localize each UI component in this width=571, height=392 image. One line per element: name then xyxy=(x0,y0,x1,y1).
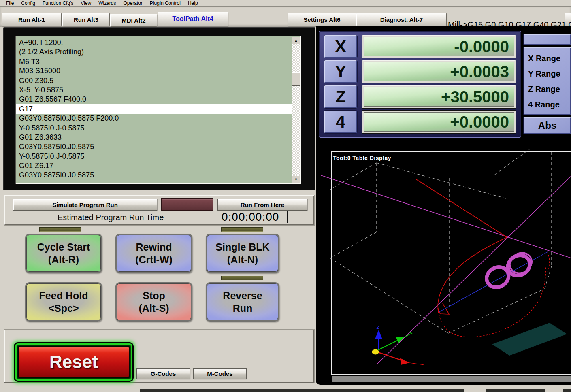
rewind-label-2: (Crtl-W) xyxy=(135,254,173,266)
feed-hold-button[interactable]: Feed Hold <Spc> xyxy=(25,282,102,322)
scroll-down-button[interactable]: ▼ xyxy=(292,176,300,183)
cycle-start-label-1: Cycle Start xyxy=(37,241,90,254)
bottom-panel-edge xyxy=(140,389,464,392)
dro-4-value[interactable]: +0.0000 xyxy=(364,112,514,132)
simulate-program-run-button[interactable]: Simulate Program Run xyxy=(13,199,157,211)
reset-button-frame: Reset xyxy=(14,342,134,382)
y-range-button[interactable]: Y Range xyxy=(524,66,570,81)
scroll-up-button[interactable]: ▲ xyxy=(292,37,300,44)
z-axis-label: z xyxy=(376,324,379,330)
x-axis-tail xyxy=(409,363,424,365)
gcode-line[interactable]: G03Y0.5875I0.J0.5875 xyxy=(16,170,292,180)
tab-run-alt1[interactable]: Run Alt-1 xyxy=(2,13,62,26)
gcode-line[interactable]: G03Y0.5875I0.J0.5875 F200.0 xyxy=(16,114,292,123)
stop-button[interactable]: Stop (Alt-S) xyxy=(115,282,192,322)
dro-4-frame: +0.0000 xyxy=(362,111,516,133)
single-blk-label-1: Single BLK xyxy=(215,241,269,254)
dro-x-frame: -0.0000 xyxy=(362,35,516,58)
dro-y-value[interactable]: +0.0003 xyxy=(364,62,514,81)
menu-file[interactable]: File xyxy=(2,0,17,6)
simulate-panel: Simulate Program Run Run From Here Estim… xyxy=(4,195,314,225)
m-codes-button[interactable]: M-Codes xyxy=(193,368,247,379)
bottom-panel-edge xyxy=(563,389,571,392)
x-range-button[interactable]: X Range xyxy=(524,51,570,66)
tab-diagnost-alt7[interactable]: Diagnost. Alt-7 xyxy=(356,13,447,26)
run-from-here-button[interactable]: Run From Here xyxy=(217,199,307,211)
gcode-line[interactable]: M03 S15000 xyxy=(16,66,292,76)
menu-wizards[interactable]: Wizards xyxy=(95,0,119,6)
mach3-toolpath-screen: File Config Function Cfg's View Wizards … xyxy=(0,0,571,392)
dro-z-frame: +30.5000 xyxy=(362,85,516,108)
abs-coords-button[interactable]: Abs xyxy=(524,117,571,134)
single-blk-label-2: (Alt-N) xyxy=(227,254,258,266)
stop-label-2: (Alt-S) xyxy=(139,302,169,315)
cycle-start-label-2: (Alt-R) xyxy=(48,254,79,266)
gcode-line-current[interactable]: G17 xyxy=(16,104,292,114)
dro-x-value[interactable]: -0.0000 xyxy=(364,37,514,56)
estimated-run-time-label: Estimated Program Run Time xyxy=(58,213,164,222)
feed-hold-label-2: <Spc> xyxy=(48,302,79,315)
bottom-panel-edge xyxy=(486,389,545,392)
tab-toolpath-alt4[interactable]: ToolPath Alt4 xyxy=(158,12,228,26)
reset-button[interactable]: Reset xyxy=(19,347,129,377)
tab-run-alt3[interactable]: Run Alt3 xyxy=(62,13,110,26)
toolpath-title: Tool:0 Table Display xyxy=(333,155,391,161)
gcode-line[interactable]: Y-0.5875I0.J-0.5875 xyxy=(16,152,292,161)
axis-4-button[interactable]: 4 xyxy=(324,111,357,133)
menu-operator[interactable]: Operator xyxy=(120,0,146,6)
menu-plugin-control[interactable]: PlugIn Control xyxy=(146,0,184,6)
gcode-line[interactable]: M6 T3 xyxy=(16,57,292,66)
axis-y-button[interactable]: Y xyxy=(324,60,357,83)
scroll-up-icon: ▲ xyxy=(294,38,298,43)
menu-config[interactable]: Config xyxy=(17,0,39,6)
scroll-down-icon: ▼ xyxy=(294,177,298,181)
axis-x-button[interactable]: X xyxy=(324,35,357,58)
axis-z-button[interactable]: Z xyxy=(324,85,357,108)
gcode-lines: A+90. F1200. (2 1/2 Axis Profiling) M6 T… xyxy=(16,38,300,180)
estimated-run-time-value[interactable]: 0:00:00:00 xyxy=(222,211,279,224)
stop-label-1: Stop xyxy=(143,290,165,302)
menu-view[interactable]: View xyxy=(77,0,95,6)
gcode-line[interactable]: G01 Z6.5567 F400.0 xyxy=(16,95,292,104)
gcode-line[interactable]: G00 Z30.5 xyxy=(16,76,292,85)
rewind-label-1: Rewind xyxy=(136,241,172,254)
cycle-start-button[interactable]: Cycle Start (Alt-R) xyxy=(25,234,102,273)
reverse-run-label-2: Run xyxy=(233,302,253,315)
cycle-start-led xyxy=(39,227,81,232)
gcode-line[interactable]: (2 1/2 Axis Profiling) xyxy=(16,47,292,57)
range-top-button[interactable] xyxy=(524,34,571,45)
run-progress-indicator xyxy=(161,198,213,211)
menu-function-cfgs[interactable]: Function Cfg's xyxy=(39,0,77,6)
menu-help[interactable]: Help xyxy=(184,0,202,6)
gcode-line[interactable]: Y-0.5875I0.J-0.5875 xyxy=(16,124,292,133)
gcode-line[interactable]: G01 Z6.3633 xyxy=(16,133,292,142)
menu-bar: File Config Function Cfg's View Wizards … xyxy=(0,0,571,7)
reverse-run-label-1: Reverse xyxy=(223,290,262,302)
g-codes-button[interactable]: G-Codes xyxy=(136,368,190,379)
profile-toolpath xyxy=(482,249,536,291)
dro-z-value[interactable]: +30.5000 xyxy=(364,87,514,107)
gcode-listbox[interactable]: A+90. F1200. (2 1/2 Axis Profiling) M6 T… xyxy=(15,36,301,184)
rewind-button[interactable]: Rewind (Crtl-W) xyxy=(115,234,192,273)
gcode-line[interactable]: X-5. Y-0.5875 xyxy=(16,85,292,95)
toolpath-display[interactable]: z Tool:0 Table Display xyxy=(318,140,571,385)
single-blk-button[interactable]: Single BLK (Alt-N) xyxy=(206,234,279,273)
4-range-button[interactable]: 4 Range xyxy=(524,97,570,112)
reset-panel: Reset G-Codes M-Codes xyxy=(4,330,314,383)
gcode-line[interactable]: G03Y0.5875I0.J0.5875 xyxy=(16,142,292,151)
toolpath-floor-shadow xyxy=(332,376,571,382)
toolpath-canvas: z xyxy=(318,140,571,385)
y-axis-tail xyxy=(405,332,412,337)
reverse-run-button[interactable]: Reverse Run xyxy=(206,282,279,322)
z-range-button[interactable]: Z Range xyxy=(524,81,570,97)
gcode-line[interactable]: G01 Z6.17 xyxy=(16,161,292,170)
scrollbar-thumb[interactable] xyxy=(292,72,300,86)
reset-glow-ring: Reset xyxy=(15,343,132,381)
dro-y-frame: +0.0003 xyxy=(362,60,516,83)
axis-triad: z xyxy=(372,324,424,365)
x-axis-arrowhead xyxy=(400,358,409,365)
gcode-scrollbar[interactable]: ▲ ▼ xyxy=(292,37,300,183)
tab-settings-alt6[interactable]: Settings Alt6 xyxy=(288,13,356,26)
gcode-line[interactable]: A+90. F1200. xyxy=(16,38,292,47)
tab-mdi-alt2[interactable]: MDI Alt2 xyxy=(110,14,157,27)
